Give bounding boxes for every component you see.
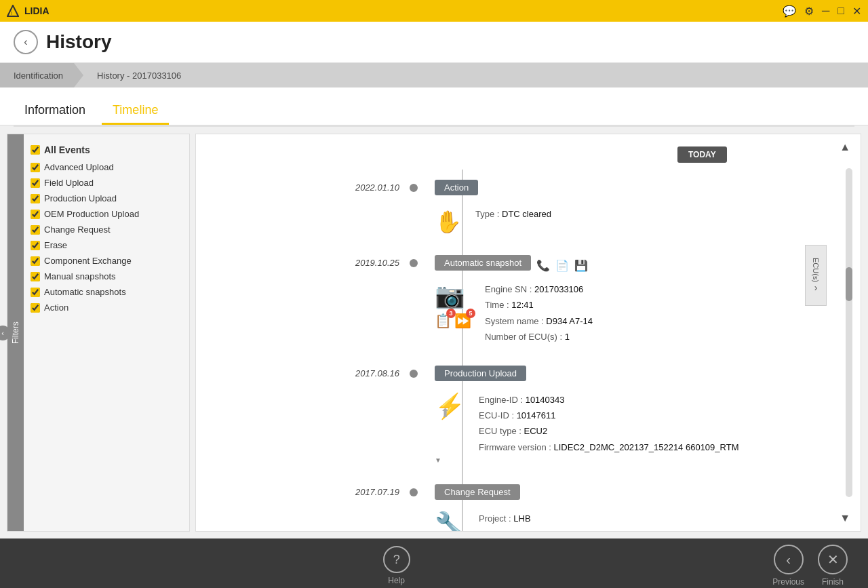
filters-content: All Events Advanced Upload Field Upload … — [24, 134, 189, 531]
filter-production-upload[interactable]: Production Upload — [31, 193, 182, 203]
back-button[interactable]: ‹ — [14, 30, 38, 54]
entry-content-action: Action ✋ Type : DTC cleared — [421, 180, 861, 235]
filter-action-checkbox[interactable] — [31, 303, 40, 313]
tab-information[interactable]: Information — [14, 98, 96, 125]
snapshot-phone-icon[interactable]: 📞 — [536, 259, 550, 272]
filter-all-checkbox[interactable] — [31, 145, 40, 155]
entry-content-production: Production Upload ⚡ ⬆ Engine-ID : 101403… — [421, 366, 861, 465]
timeline-entry-snapshot: 2019.10.25 Automatic snapshot 📞 📄 💾 📷 — [196, 245, 861, 355]
app-title: LIDIA — [24, 5, 50, 16]
filter-oem-checkbox[interactable] — [31, 210, 40, 219]
today-label: TODAY — [677, 146, 727, 163]
entry-detail-change-request: Project : LHB Component-ID : 10140343 Co… — [479, 511, 596, 531]
filter-automatic-snapshots-checkbox[interactable] — [31, 288, 40, 297]
breadcrumb-identification[interactable]: Identification — [0, 63, 83, 87]
entry-tag-snapshot: Automatic snapshot — [435, 255, 531, 271]
filter-advanced-upload[interactable]: Advanced Upload — [31, 162, 182, 172]
upload-arrow-icon: ⬆ — [440, 406, 450, 420]
help-label: Help — [388, 576, 405, 585]
entry-content-change-request: Change Request 🔧 Project : LHB Component… — [421, 484, 861, 531]
timeline-entry-production: 2017.08.16 Production Upload ⚡ ⬆ Engine-… — [196, 355, 861, 475]
svg-marker-0 — [7, 5, 18, 16]
scrollbar-track — [846, 168, 852, 497]
entry-date-action: 2022.01.10 — [196, 180, 413, 193]
filter-change-request-checkbox[interactable] — [31, 225, 40, 235]
finish-nav: ✕ Finish — [818, 545, 848, 587]
help-section: ? Help — [383, 546, 410, 585]
snapshot-save-icon[interactable]: 💾 — [574, 259, 588, 272]
ecu-label: ECU(s) — [812, 258, 820, 282]
close-icon[interactable]: ✕ — [852, 5, 861, 18]
help-button[interactable]: ? — [383, 546, 410, 573]
entry-date-production: 2017.08.16 — [196, 366, 413, 378]
bottom-nav-buttons: ‹ Previous ✕ Finish — [772, 545, 848, 587]
chat-icon[interactable]: 💬 — [783, 5, 796, 18]
change-request-icon: 🔧 — [435, 511, 465, 531]
camera-icon: 📷 — [435, 281, 471, 310]
entry-detail-action: Type : DTC cleared — [475, 206, 551, 222]
action-icon: ✋ — [435, 209, 462, 235]
timeline-entry-action: 2022.01.10 Action ✋ Type : DTC cleared — [196, 170, 861, 245]
timeline-entry-change-request: 2017.07.19 Change Request 🔧 Project : LH… — [196, 474, 861, 531]
previous-label: Previous — [772, 577, 804, 587]
timeline-scroll[interactable]: 2022.01.10 Action ✋ Type : DTC cleared — [196, 170, 861, 531]
filter-manual-snapshots[interactable]: Manual snapshots — [31, 271, 182, 281]
filter-component-exchange-checkbox[interactable] — [31, 256, 40, 266]
main-content: ‹ Filters All Events Advanced Upload Fie… — [0, 127, 868, 538]
badge-icon-2: ⏩ 5 — [454, 313, 471, 329]
entry-tag-change-request: Change Request — [435, 484, 520, 500]
filter-production-upload-checkbox[interactable] — [31, 194, 40, 203]
breadcrumb: Identification History - 2017033106 — [0, 63, 868, 87]
app-logo-icon: ! — [7, 5, 19, 17]
entry-detail-production: Engine-ID : 10140343 ECU-ID : 10147611 E… — [479, 392, 738, 456]
entry-detail-snapshot: Engine SN : 2017033106 Time : 12:41 Syst… — [485, 281, 593, 345]
svg-text:!: ! — [11, 10, 12, 16]
snapshot-file-icon[interactable]: 📄 — [555, 259, 569, 272]
ecu-panel[interactable]: ECU(s) › — [805, 245, 827, 306]
filter-field-upload[interactable]: Field Upload — [31, 178, 182, 188]
filter-component-exchange[interactable]: Component Exchange — [31, 256, 182, 266]
entry-date-change-request: 2017.07.19 — [196, 484, 413, 497]
filter-manual-snapshots-checkbox[interactable] — [31, 272, 40, 281]
entry-tag-production: Production Upload — [435, 366, 526, 381]
minimize-icon[interactable]: ─ — [822, 5, 829, 17]
settings-icon[interactable]: ⚙ — [804, 5, 814, 18]
entry-tag-action: Action — [435, 180, 478, 195]
page-header: ‹ History — [0, 22, 868, 63]
filter-all-events[interactable]: All Events — [31, 144, 182, 155]
filter-advanced-upload-checkbox[interactable] — [31, 163, 40, 172]
page-title: History — [46, 31, 111, 53]
entry-date-snapshot: 2019.10.25 — [196, 255, 413, 268]
filters-sidebar: ‹ Filters All Events Advanced Upload Fie… — [7, 134, 190, 532]
entry-dot-snapshot — [410, 259, 418, 267]
finish-button[interactable]: ✕ — [818, 545, 848, 574]
filter-oem-production-upload[interactable]: OEM Production Upload — [31, 209, 182, 219]
scroll-down-button[interactable]: ▼ — [840, 512, 850, 524]
entry-content-snapshot: Automatic snapshot 📞 📄 💾 📷 📋 3 — [421, 255, 861, 345]
bottom-bar: ? Help ‹ Previous ✕ Finish — [0, 538, 868, 588]
entry-dot-production — [410, 370, 418, 378]
filter-erase[interactable]: Erase — [31, 240, 182, 250]
tab-bar: Information Timeline — [0, 87, 868, 125]
scroll-up-button[interactable]: ▲ — [840, 141, 850, 153]
maximize-icon[interactable]: □ — [837, 5, 844, 17]
title-bar: ! LIDIA 💬 ⚙ ─ □ ✕ — [0, 0, 868, 22]
tab-timeline[interactable]: Timeline — [102, 98, 169, 125]
upload-icon-area: ⚡ ⬆ — [435, 392, 465, 420]
scrollbar-thumb[interactable] — [846, 267, 852, 301]
entry-dot-action — [410, 184, 418, 192]
filter-change-request[interactable]: Change Request — [31, 224, 182, 235]
expand-production[interactable]: ▼ — [435, 456, 861, 464]
filter-erase-checkbox[interactable] — [31, 241, 40, 250]
filter-action[interactable]: Action — [31, 302, 182, 313]
snapshot-camera-area: 📷 📋 3 ⏩ 5 — [435, 281, 471, 329]
entry-dot-change-request — [410, 488, 418, 496]
previous-nav: ‹ Previous — [772, 545, 804, 587]
previous-button[interactable]: ‹ — [774, 545, 804, 574]
breadcrumb-history: History - 2017033106 — [83, 63, 195, 87]
timeline-area: ▲ TODAY 2022.01.10 Action ✋ Type : DTC c — [195, 134, 861, 532]
badge-icon-1: 📋 3 — [435, 313, 452, 329]
filter-field-upload-checkbox[interactable] — [31, 178, 40, 188]
filter-automatic-snapshots[interactable]: Automatic snapshots — [31, 287, 182, 297]
finish-label: Finish — [822, 577, 844, 587]
